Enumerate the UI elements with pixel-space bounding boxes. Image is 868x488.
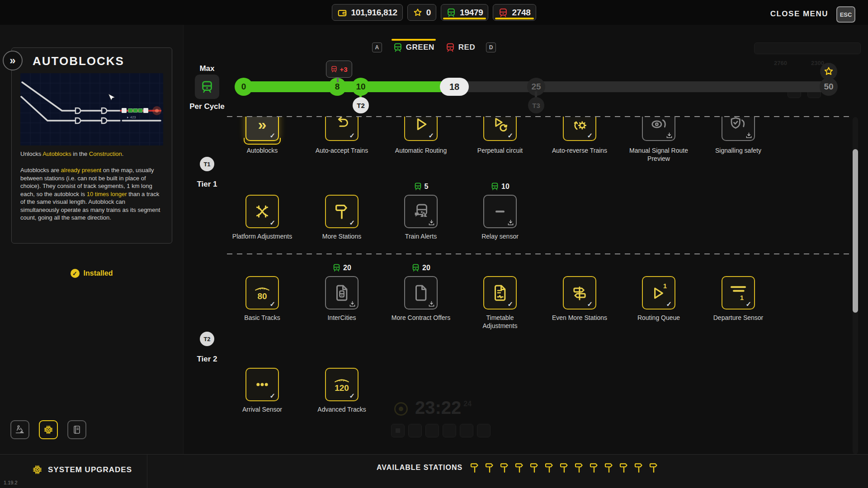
tab-green[interactable]: GREEN	[393, 42, 434, 52]
marker-min: 0	[235, 78, 253, 96]
timetable-file-icon	[491, 284, 509, 302]
check-icon: ✓	[349, 219, 355, 227]
station-signpost-icon	[648, 462, 660, 474]
price-badge: 5	[382, 182, 459, 191]
available-stations-row: AVAILABLE STATIONS	[377, 462, 660, 474]
speed-value: 120	[335, 384, 349, 392]
play-route-icon	[412, 115, 430, 133]
upgrade-arrival-sensor[interactable]: ✓ Arrival Sensor	[224, 368, 301, 413]
upgrade-label: Train Alerts	[405, 232, 437, 240]
train-warning-icon	[412, 202, 430, 221]
upgrade-more-contract-offers[interactable]: 20 More Contract Offers	[382, 276, 459, 322]
speed-value: 80	[257, 292, 267, 300]
upgrade-train-alerts[interactable]: 5 Train Alerts	[382, 195, 459, 240]
station-signpost-icon	[603, 462, 615, 474]
station-signpost-icon	[499, 462, 510, 474]
tier2-label: Tier 2	[184, 355, 230, 364]
check-icon: ✓	[507, 131, 513, 140]
upgrade-label: More Stations	[322, 232, 361, 240]
upgrade-departure-sensor[interactable]: 1 ✓ Departure Sensor	[700, 276, 777, 322]
background-dim-toolbar	[391, 424, 491, 437]
station-icons	[469, 462, 660, 474]
available-stations-label: AVAILABLE STATIONS	[377, 464, 462, 472]
rail-route-system-upgrades-screen: » ✓ Autoblocks ✓ Auto-accept Trains ✓ Au…	[0, 0, 868, 488]
tab-manual[interactable]	[67, 420, 86, 439]
green-trains-value: 19479	[460, 8, 483, 18]
upgrade-platform-adjustments[interactable]: ✓ Platform Adjustments	[224, 195, 301, 240]
star-icon	[413, 8, 423, 18]
upgrade-label: Auto-accept Trains	[316, 146, 368, 155]
upgrade-basic-tracks[interactable]: 80 ✓ Basic Tracks	[224, 276, 301, 322]
train-capacity-icon-box	[195, 75, 219, 99]
upgrade-relay-sensor[interactable]: 10 Relay sensor	[462, 195, 538, 240]
max-label: Max	[180, 64, 234, 73]
green-train-icon	[491, 182, 499, 191]
upgrade-label: Platform Adjustments	[232, 232, 292, 240]
station-signpost-icon	[633, 462, 645, 474]
resource-bar: 101,916,812 0 19479 2748	[0, 4, 868, 21]
tier-divider-dashed	[227, 116, 853, 117]
check-icon: ✓	[349, 392, 355, 400]
sensor-count: 1	[740, 294, 744, 301]
book-icon	[71, 424, 82, 435]
background-clock: 23:22 24	[415, 398, 472, 418]
wallet-icon	[337, 8, 347, 18]
section-header: SYSTEM UPGRADES	[32, 464, 132, 475]
track-bridge-icon	[254, 285, 271, 291]
stars-badge: 0	[407, 4, 436, 21]
red-train-icon	[330, 66, 338, 73]
tab-d[interactable]: D	[486, 42, 496, 52]
close-menu-button[interactable]: CLOSE MENU	[770, 9, 828, 19]
green-train-icon	[332, 263, 341, 272]
tab-system-upgrades[interactable]	[39, 420, 58, 439]
file-train-icon	[333, 284, 351, 302]
upgrade-intercities[interactable]: 20 InterCities	[303, 276, 380, 322]
installed-check-icon: ✓	[71, 269, 80, 278]
upgrade-even-more-stations[interactable]: ✓ Even More Stations	[541, 276, 618, 322]
station-signpost-icon	[514, 462, 525, 474]
collapse-panel-button[interactable]: »	[3, 51, 23, 70]
upgrade-more-stations[interactable]: ✓ More Stations	[303, 195, 380, 240]
upgrade-advanced-tracks[interactable]: 120 ✓ Advanced Tracks	[303, 368, 380, 413]
scrollbar-thumb[interactable]	[853, 149, 858, 313]
upgrade-preview-image: 423	[20, 73, 163, 145]
check-icon: ✓	[269, 300, 275, 308]
download-icon	[666, 132, 672, 138]
upgrade-label: Autoblocks	[247, 146, 278, 155]
chip-icon	[43, 424, 54, 435]
upgrade-label: Advanced Tracks	[317, 405, 366, 413]
tab-construction[interactable]	[10, 420, 29, 439]
dash-sensor-icon	[491, 202, 509, 221]
scrollbar-track[interactable]	[853, 117, 858, 454]
tab-red-label: RED	[458, 43, 475, 52]
upgrade-routing-queue[interactable]: 1 ✓ Routing Queue	[620, 276, 697, 322]
tab-a[interactable]: A	[372, 42, 382, 52]
upgrade-label: Auto-reverse Trains	[552, 146, 607, 155]
track-number-label: 423	[130, 115, 136, 119]
row-clip-cover	[184, 25, 868, 117]
cursor-icon	[108, 94, 115, 100]
price-value: 20	[343, 264, 351, 272]
upgrade-label: More Contract Offers	[392, 314, 450, 322]
money-badge: 101,916,812	[332, 4, 402, 21]
esc-key-badge[interactable]: ESC	[836, 6, 855, 23]
upgrade-label: Perpetual circuit	[477, 146, 523, 155]
star-icon	[823, 66, 834, 77]
red-train-bonus-badge: +3	[326, 61, 352, 78]
reverse-gear-icon	[571, 115, 589, 133]
background-record-icon	[394, 402, 408, 416]
station-signpost-icon	[558, 462, 570, 474]
download-icon	[746, 132, 752, 138]
upgrade-timetable-adjustments[interactable]: ✓ Timetable Adjustments	[462, 276, 538, 330]
green-train-icon	[411, 263, 420, 272]
per-cycle-label: Per Cycle	[180, 102, 234, 111]
check-icon: ✓	[745, 300, 751, 308]
upgrade-description: Autoblocks are already present on the ma…	[20, 166, 165, 222]
tab-red[interactable]: RED	[445, 42, 475, 52]
clock-time: 23:22	[415, 398, 461, 418]
upgrade-label: Timetable Adjustments	[475, 314, 525, 330]
progress-fill	[244, 81, 454, 92]
red-trains-badge: 2748	[493, 4, 536, 21]
background-dim-value: 2760	[774, 60, 787, 66]
red-trains-value: 2748	[512, 8, 530, 18]
